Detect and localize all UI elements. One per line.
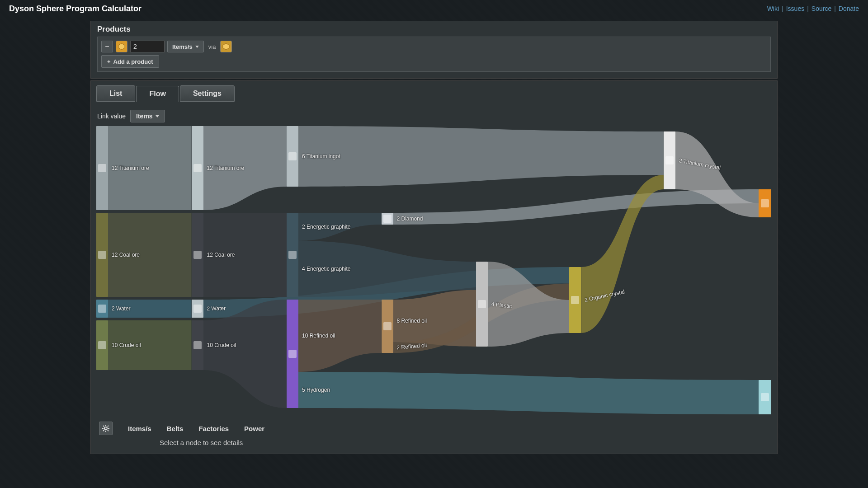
link-wiki[interactable]: Wiki [767, 5, 779, 12]
sankey-link-label: 4 Energetic graphite [302, 266, 351, 272]
rate-select-label: Items/s [172, 43, 193, 50]
organic-icon [571, 296, 579, 304]
tab-settings[interactable]: Settings [180, 85, 235, 102]
h2-icon [761, 393, 769, 401]
sankey-node-src-coal[interactable] [96, 213, 108, 297]
tab-flow[interactable]: Flow [136, 86, 179, 102]
gear-icon [102, 425, 109, 432]
refinery-icon [288, 350, 297, 358]
coal-icon [193, 251, 202, 259]
link-value-select-label: Items [136, 113, 153, 120]
sankey-link-label: 2 Diamond [397, 216, 423, 222]
final-icon [761, 199, 769, 207]
gear-button[interactable] [99, 422, 113, 435]
sankey-link-label: 5 Hydrogen [302, 387, 330, 393]
products-title: Products [97, 25, 771, 34]
sankey-link-label: 2 Water [207, 305, 226, 312]
chevron-down-icon [156, 115, 159, 117]
recipe-icon[interactable] [220, 41, 232, 52]
sankey-link-label: 12 Titanium ore [112, 165, 149, 171]
sankey-node-ti-crystal[interactable] [664, 131, 675, 189]
crude-icon [98, 341, 106, 349]
sankey-link[interactable] [298, 372, 759, 414]
product-qty-input[interactable] [130, 41, 165, 52]
detail-col-factories[interactable]: Factories [198, 425, 229, 432]
water-icon [193, 305, 202, 313]
link-issues[interactable]: Issues [786, 5, 804, 12]
sankey-link-label: 10 Crude oil [207, 342, 236, 348]
svg-point-2 [104, 427, 107, 430]
ore-icon [98, 164, 106, 172]
sankey-node-src-water[interactable] [96, 300, 108, 318]
link-value-select[interactable]: Items [130, 110, 165, 122]
sankey-link-label: 12 Coal ore [112, 252, 140, 258]
sankey-node-pump-water[interactable] [192, 300, 203, 318]
detail-col-power[interactable]: Power [244, 425, 264, 432]
tcrystal-icon [665, 156, 674, 164]
sankey-link[interactable] [298, 126, 664, 187]
sankey-node-out-hydrogen[interactable] [759, 380, 771, 414]
svg-line-8 [108, 430, 108, 431]
sankey-link-label: 6 Titanium ingot [302, 153, 340, 160]
main-panel: List Flow Settings Link value Items 12 T… [90, 80, 778, 454]
svg-marker-0 [118, 43, 125, 50]
products-panel: Products − Items/s via + Add a product [90, 21, 778, 79]
plus-icon: + [107, 58, 111, 65]
add-product-button[interactable]: + Add a product [101, 55, 159, 68]
link-value-label: Link value [97, 113, 126, 120]
plastic-icon [478, 300, 486, 308]
sankey-node-mine-coal[interactable] [192, 213, 203, 297]
svg-marker-1 [223, 43, 229, 50]
crude-icon [193, 341, 202, 349]
product-item-icon[interactable] [116, 41, 127, 52]
link-donate[interactable]: Donate [839, 5, 859, 12]
diamond-icon [383, 215, 392, 223]
detail-col-belts[interactable]: Belts [167, 425, 184, 432]
svg-line-10 [108, 426, 108, 427]
details-hint: Select a node to see details [160, 439, 772, 446]
ore-icon [193, 164, 202, 172]
sankey-node-mine-titanium[interactable] [192, 126, 203, 210]
sankey-link-label: 2 Energetic graphite [302, 224, 351, 230]
sankey-node-src-crude[interactable] [96, 320, 108, 370]
sankey-node-out-product[interactable] [759, 189, 771, 217]
sankey-node-src-titanium[interactable] [96, 126, 108, 210]
header-links: Wiki| Issues| Source| Donate [767, 5, 859, 12]
oil-icon [383, 322, 392, 330]
sankey-node-refined-oil[interactable] [382, 300, 393, 353]
sankey-link-label: 12 Coal ore [207, 252, 235, 258]
sankey-link-label: 2 Water [112, 305, 131, 312]
sankey-node-smelt-ti[interactable] [287, 126, 298, 187]
add-product-label: Add a product [113, 58, 153, 65]
coal-icon [98, 251, 106, 259]
sankey-link-label: 10 Crude oil [112, 342, 141, 348]
sankey-node-plastic[interactable] [476, 262, 488, 347]
rate-select[interactable]: Items/s [167, 41, 204, 52]
svg-line-7 [103, 426, 104, 427]
water-icon [98, 305, 106, 313]
via-label: via [207, 43, 218, 50]
sankey-link-label: 12 Titanium ore [207, 165, 245, 171]
svg-line-9 [103, 430, 104, 431]
remove-product-button[interactable]: − [101, 41, 113, 52]
sankey-node-smelt-graphite[interactable] [287, 213, 298, 297]
smelter-icon [288, 251, 297, 259]
page-title: Dyson Sphere Program Calculator [9, 4, 142, 14]
smelter-icon [288, 152, 297, 160]
link-source[interactable]: Source [811, 5, 831, 12]
sankey-link-label: 10 Refined oil [302, 333, 335, 339]
chevron-down-icon [195, 46, 199, 48]
sankey-node-extract-crude[interactable] [192, 320, 203, 370]
sankey-link-label: 8 Refined oil [397, 318, 427, 324]
tab-list[interactable]: List [96, 85, 135, 102]
sankey-node-diamond[interactable] [382, 213, 393, 225]
sankey-node-organic[interactable] [569, 267, 581, 333]
sankey-graph[interactable]: 12 Titanium ore12 Coal ore2 Water10 Crud… [96, 126, 772, 415]
sankey-node-refine[interactable] [287, 300, 298, 408]
detail-col-items[interactable]: Items/s [128, 425, 151, 432]
